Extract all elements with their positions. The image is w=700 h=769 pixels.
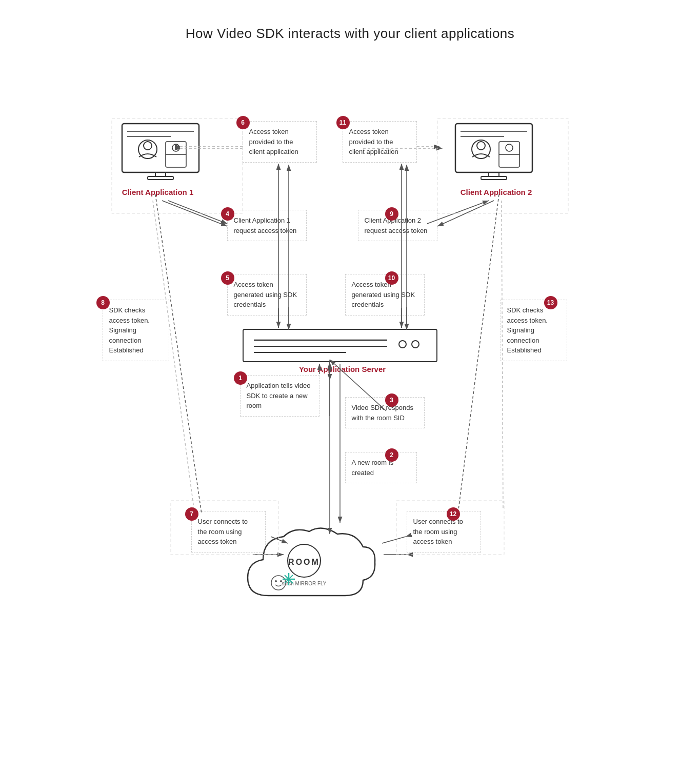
- badge-12: 12: [447, 507, 460, 521]
- svg-point-34: [477, 142, 485, 150]
- badge-7: 7: [185, 507, 198, 521]
- client-app-2-icon: [453, 121, 535, 188]
- badge-13: 13: [544, 296, 557, 309]
- diagram-container: Client Application 1 Client Application …: [68, 42, 632, 750]
- svg-point-24: [144, 142, 152, 150]
- server-box: [243, 329, 437, 362]
- cloud-container: ROOM sinch MIRROR FLY: [237, 519, 381, 632]
- client-app-1-label: Client Application 1: [112, 188, 204, 196]
- svg-point-43: [399, 341, 406, 348]
- svg-line-61: [162, 201, 227, 226]
- svg-point-49: [275, 580, 277, 582]
- badge-5: 5: [221, 271, 234, 285]
- badge-9: 9: [385, 207, 398, 221]
- svg-point-36: [506, 144, 513, 151]
- badge-3: 3: [385, 393, 398, 407]
- info-box-11: Access token provided to the client appl…: [343, 121, 417, 163]
- info-box-10: Access token generated using SDK credent…: [345, 274, 425, 316]
- badge-4: 4: [221, 207, 234, 221]
- svg-point-50: [280, 580, 282, 582]
- badge-1: 1: [234, 371, 247, 385]
- info-box-5: Access token generated using SDK credent…: [227, 274, 307, 316]
- info-box-2: A new room is created: [345, 452, 417, 483]
- client-app-2-label: Client Application 2: [448, 188, 545, 196]
- badge-2: 2: [385, 448, 398, 462]
- info-box-1: Application tells video SDK to create a …: [240, 375, 319, 417]
- svg-line-6: [168, 201, 227, 224]
- info-box-12: User connects to the room using access t…: [407, 511, 481, 553]
- page-title: How Video SDK interacts with your client…: [0, 0, 700, 42]
- badge-6: 6: [236, 116, 250, 129]
- svg-point-44: [412, 341, 419, 348]
- badge-10: 10: [385, 271, 398, 285]
- badge-8: 8: [96, 296, 110, 309]
- svg-rect-29: [148, 176, 173, 180]
- svg-text:ROOM: ROOM: [288, 558, 320, 566]
- svg-line-62: [437, 201, 494, 226]
- client-app-1-icon: [119, 121, 202, 188]
- svg-point-26: [172, 144, 179, 151]
- info-box-8: SDK checks access token. Signaling conne…: [103, 300, 169, 361]
- svg-line-71: [382, 537, 406, 543]
- server-label: Your Application Server: [250, 365, 435, 373]
- info-box-13: SDK checks access token. Signaling conne…: [501, 300, 567, 361]
- info-box-3: Video SDK responds with the room SID: [345, 397, 425, 428]
- svg-line-19: [458, 194, 499, 514]
- badge-11: 11: [336, 116, 350, 129]
- info-box-4: Client Application 1 request access toke…: [227, 210, 307, 241]
- info-box-6: Access token provided to the client appl…: [243, 121, 317, 163]
- svg-rect-39: [481, 176, 507, 180]
